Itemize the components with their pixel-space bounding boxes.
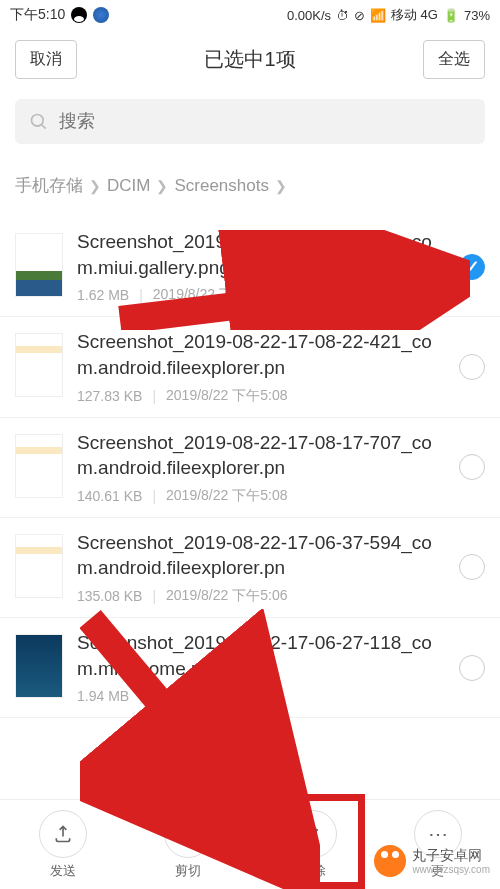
annotation-box bbox=[295, 794, 365, 889]
chevron-right-icon: ❯ bbox=[89, 178, 101, 194]
annotation-arrow bbox=[110, 230, 470, 330]
file-name: Screenshot_2019-08-22-17-08-17-707_com.a… bbox=[77, 430, 445, 481]
search-bar[interactable] bbox=[15, 99, 485, 144]
breadcrumb-item[interactable]: DCIM bbox=[107, 176, 150, 196]
file-date: 2019/8/22 下午5:06 bbox=[166, 587, 287, 605]
header: 取消 已选中1项 全选 bbox=[0, 30, 500, 99]
file-size: 135.08 KB bbox=[77, 588, 142, 604]
file-size: 140.61 KB bbox=[77, 488, 142, 504]
svg-line-3 bbox=[120, 280, 450, 320]
file-item[interactable]: Screenshot_2019-08-22-17-08-17-707_com.a… bbox=[0, 418, 500, 518]
qq-icon bbox=[71, 7, 87, 23]
alarm-icon: ⏱ bbox=[336, 8, 349, 23]
divider: | bbox=[152, 488, 156, 504]
carrier-label: 移动 4G bbox=[391, 6, 438, 24]
search-input[interactable] bbox=[59, 111, 471, 132]
share-icon bbox=[53, 824, 73, 844]
watermark-title: 丸子安卓网 bbox=[412, 847, 490, 864]
breadcrumb-item[interactable]: Screenshots bbox=[174, 176, 269, 196]
net-speed: 0.00K/s bbox=[287, 8, 331, 23]
divider: | bbox=[152, 388, 156, 404]
checkbox[interactable] bbox=[459, 554, 485, 580]
file-thumbnail bbox=[15, 634, 63, 698]
signal-icon: 📶 bbox=[370, 8, 386, 23]
divider: | bbox=[152, 588, 156, 604]
file-size: 127.83 KB bbox=[77, 388, 142, 404]
chevron-right-icon: ❯ bbox=[156, 178, 168, 194]
watermark-logo bbox=[374, 845, 406, 877]
file-thumbnail bbox=[15, 534, 63, 598]
checkbox[interactable] bbox=[459, 655, 485, 681]
checkbox[interactable] bbox=[459, 454, 485, 480]
file-name: Screenshot_2019-08-22-17-06-37-594_com.a… bbox=[77, 530, 445, 581]
file-thumbnail bbox=[15, 434, 63, 498]
action-label: 发送 bbox=[50, 862, 76, 880]
search-icon bbox=[29, 112, 49, 132]
watermark: 丸子安卓网 www.wzsqsy.com bbox=[374, 845, 490, 877]
checkbox[interactable] bbox=[459, 354, 485, 380]
file-date: 2019/8/22 下午5:08 bbox=[166, 387, 287, 405]
status-bar: 下午5:10 0.00K/s ⏱ ⊘ 📶 移动 4G 🔋 73% bbox=[0, 0, 500, 30]
svg-point-0 bbox=[32, 114, 44, 126]
page-title: 已选中1项 bbox=[204, 46, 295, 73]
select-all-button[interactable]: 全选 bbox=[423, 40, 485, 79]
breadcrumb-item[interactable]: 手机存储 bbox=[15, 174, 83, 197]
more-icon: ⋯ bbox=[428, 822, 448, 846]
file-thumbnail bbox=[15, 333, 63, 397]
annotation-arrow bbox=[80, 609, 320, 889]
battery-icon: 🔋 bbox=[443, 8, 459, 23]
breadcrumb[interactable]: 手机存储 ❯ DCIM ❯ Screenshots ❯ bbox=[0, 164, 500, 217]
watermark-url: www.wzsqsy.com bbox=[412, 864, 490, 875]
dnd-icon: ⊘ bbox=[354, 8, 365, 23]
file-thumbnail bbox=[15, 233, 63, 297]
file-name: Screenshot_2019-08-22-17-08-22-421_com.a… bbox=[77, 329, 445, 380]
battery-percent: 73% bbox=[464, 8, 490, 23]
file-date: 2019/8/22 下午5:08 bbox=[166, 487, 287, 505]
browser-icon bbox=[93, 7, 109, 23]
cancel-button[interactable]: 取消 bbox=[15, 40, 77, 79]
status-time: 下午5:10 bbox=[10, 6, 65, 24]
file-item[interactable]: Screenshot_2019-08-22-17-06-37-594_com.a… bbox=[0, 518, 500, 618]
chevron-right-icon: ❯ bbox=[275, 178, 287, 194]
svg-line-5 bbox=[90, 619, 300, 869]
file-item[interactable]: Screenshot_2019-08-22-17-08-22-421_com.a… bbox=[0, 317, 500, 417]
svg-line-1 bbox=[42, 124, 46, 128]
